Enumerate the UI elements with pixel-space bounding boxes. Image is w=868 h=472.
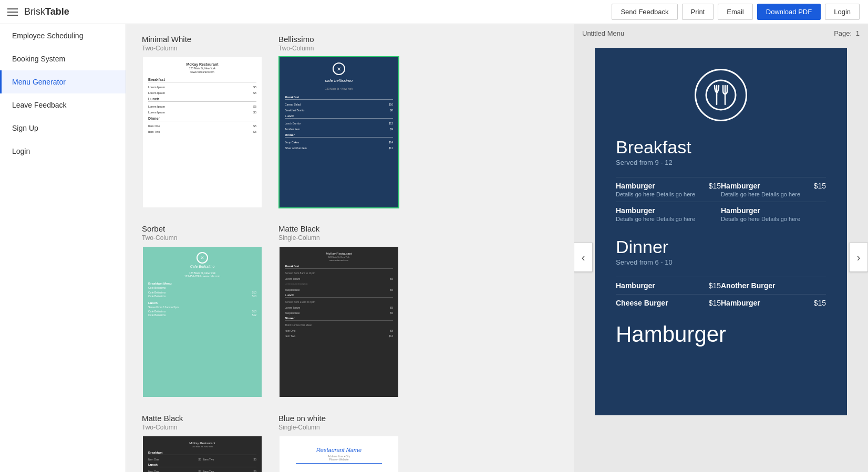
menu-preview-card: Breakfast Served from 9 - 12 Hamburger $… <box>595 48 847 415</box>
template-name: Minimal White <box>142 35 263 44</box>
template-thumbnail[interactable]: McKay Restaurant123 Main St, New Yorkwww… <box>278 246 399 398</box>
breakfast-items-grid: Hamburger $15 Details go here Details go… <box>616 177 826 226</box>
menu-item: Hamburger $15 Details go here Details go… <box>616 177 721 202</box>
template-thumbnail[interactable]: McKay Restaurant123 Main St, New Yorkwww… <box>142 56 263 208</box>
menu-sections: Breakfast Served from 9 - 12 Hamburger $… <box>616 137 826 347</box>
template-sub: Two-Column <box>142 45 263 52</box>
prev-page-arrow[interactable]: ‹ <box>574 243 593 272</box>
menu-item: Hamburger Details go here Details go her… <box>616 202 721 226</box>
template-row-3: Matte Black Two-Column McKay Restaurant1… <box>142 414 558 472</box>
template-name: Blue on white <box>278 414 399 423</box>
preview-scroll-area: ‹ Breakfast <box>574 43 868 472</box>
template-sub: Single-Column <box>278 424 399 431</box>
sidebar-item-employee-scheduling[interactable]: Employee Scheduling <box>0 24 126 47</box>
menu-item: Hamburger $15 <box>616 277 721 294</box>
main-layout: Employee Scheduling Booking System Menu … <box>0 24 868 472</box>
template-bellissimo[interactable]: Bellissimo Two-Column ✕ cafe bellissimo … <box>278 35 399 208</box>
template-name: Matte Black <box>142 414 263 423</box>
section-hamburger: Hamburger <box>616 322 826 347</box>
send-feedback-button[interactable]: Send Feedback <box>612 4 677 20</box>
section-breakfast: Breakfast Served from 9 - 12 Hamburger $… <box>616 137 826 226</box>
header-actions: Send Feedback Print Email Download PDF L… <box>612 4 860 20</box>
menu-item: Cheese Burger $15 <box>616 294 721 311</box>
template-sorbet[interactable]: Sorbet Two-Column ✕ Cafe Belissimo 123 M… <box>142 224 263 398</box>
login-header-button[interactable]: Login <box>825 4 860 20</box>
template-name: Bellissimo <box>278 35 399 44</box>
template-grid: Minimal White Two-Column McKay Restauran… <box>126 24 574 472</box>
menu-toggle-icon[interactable] <box>7 8 18 16</box>
template-matte-black-single[interactable]: Matte Black Single-Column McKay Restaura… <box>278 224 399 398</box>
template-thumbnail[interactable]: ✕ Cafe Belissimo 123 Main St, New York12… <box>142 246 263 398</box>
sidebar-item-booking-system[interactable]: Booking System <box>0 47 126 70</box>
template-name: Sorbet <box>142 224 263 233</box>
template-row-1: Minimal White Two-Column McKay Restauran… <box>142 35 558 208</box>
sidebar-item-sign-up[interactable]: Sign Up <box>0 117 126 140</box>
menu-item: Another Burger <box>721 277 826 294</box>
sidebar-item-login[interactable]: Login <box>0 140 126 163</box>
brand-logo: BriskTable <box>24 6 69 17</box>
menu-icon-circle <box>695 69 747 121</box>
template-name: Matte Black <box>278 224 399 233</box>
print-button[interactable]: Print <box>682 4 714 20</box>
header-left: BriskTable <box>0 6 69 17</box>
template-thumbnail[interactable]: Restaurant Name Address Line • CityPhone… <box>278 435 399 472</box>
page-info: Page: 1 <box>834 29 860 37</box>
template-sub: Two-Column <box>278 45 399 52</box>
sidebar-item-leave-feedback[interactable]: Leave Feedback <box>0 93 126 117</box>
menu-item: Hamburger $15 Details go here Details go… <box>721 177 826 202</box>
template-sub: Two-Column <box>142 424 263 431</box>
menu-item: Hamburger Details go here Details go her… <box>721 202 826 226</box>
section-dinner: Dinner Served from 6 - 10 Hamburger $15 <box>616 237 826 311</box>
dinner-items-grid: Hamburger $15 Another Burger <box>616 277 826 311</box>
download-pdf-button[interactable]: Download PDF <box>757 4 821 20</box>
template-row-2: Sorbet Two-Column ✕ Cafe Belissimo 123 M… <box>142 224 558 398</box>
preview-area: Untitled Menu Page: 1 ‹ <box>574 24 868 472</box>
app-header: BriskTable Send Feedback Print Email Dow… <box>0 0 868 24</box>
template-sub: Two-Column <box>142 234 263 242</box>
template-minimal-white[interactable]: Minimal White Two-Column McKay Restauran… <box>142 35 263 208</box>
template-matte-black-2col[interactable]: Matte Black Two-Column McKay Restaurant1… <box>142 414 263 472</box>
next-page-arrow[interactable]: › <box>849 243 868 272</box>
email-button[interactable]: Email <box>718 4 753 20</box>
preview-header: Untitled Menu Page: 1 <box>574 24 868 43</box>
template-thumbnail-selected[interactable]: ✕ cafe bellissimo 123 Main St • New York… <box>278 56 399 208</box>
template-thumbnail[interactable]: McKay Restaurant123 Main St, New York Br… <box>142 435 263 472</box>
template-blue-on-white[interactable]: Blue on white Single-Column Restaurant N… <box>278 414 399 472</box>
sidebar: Employee Scheduling Booking System Menu … <box>0 24 126 472</box>
fork-knife-icon <box>705 79 737 111</box>
template-sub: Single-Column <box>278 234 399 242</box>
menu-title: Untitled Menu <box>582 29 624 37</box>
sidebar-item-menu-generator[interactable]: Menu Generator <box>0 70 126 93</box>
menu-item: Hamburger $15 <box>721 294 826 311</box>
svg-point-0 <box>706 80 736 110</box>
